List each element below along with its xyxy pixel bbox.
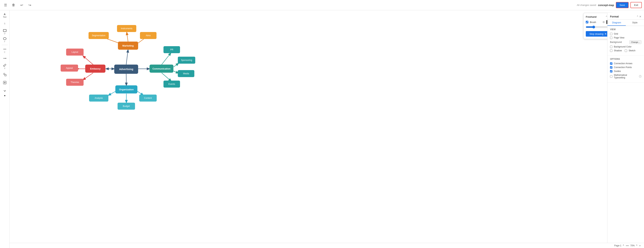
format-close-button[interactable]: ✕ bbox=[639, 15, 642, 18]
options-section-title: Options bbox=[610, 58, 642, 60]
svg-line-18 bbox=[126, 50, 128, 65]
zoom-chevron-up-button[interactable]: ^ bbox=[636, 244, 638, 247]
node-budget[interactable]: Budget bbox=[118, 103, 135, 110]
node-layout[interactable]: Layout bbox=[66, 49, 84, 56]
sidebar-item-arrow[interactable] bbox=[1, 55, 8, 62]
sidebar-item-line[interactable]: C bbox=[1, 47, 8, 54]
brush-size-slider[interactable] bbox=[586, 26, 610, 29]
background-color-checkbox[interactable] bbox=[610, 46, 612, 48]
node-analysis[interactable]: Analysis bbox=[89, 94, 108, 101]
page-view-row: Page View bbox=[610, 36, 642, 39]
canvas[interactable]: Advertising Marketing Instruments Segmen… bbox=[10, 10, 644, 243]
chevron-down-icon bbox=[3, 89, 6, 92]
background-change-button[interactable]: Change... bbox=[629, 40, 642, 44]
sketch-label: Sketch bbox=[628, 49, 635, 52]
grid-row: Grid bbox=[610, 33, 642, 35]
svg-point-1 bbox=[3, 38, 6, 40]
node-communication[interactable]: Communication bbox=[150, 65, 174, 73]
connection-points-row: Connection Points bbox=[610, 66, 642, 69]
sidebar-dot bbox=[4, 95, 5, 96]
node-advertising[interactable]: Advertising bbox=[114, 65, 138, 74]
sidebar-item-ellipse[interactable]: F bbox=[1, 36, 8, 43]
format-panel: Format ^ ✕ Diagram Style View Grid Page … bbox=[607, 13, 644, 243]
stop-drawing-label: Stop drawing bbox=[590, 33, 604, 35]
node-appeal[interactable]: Appeal bbox=[60, 65, 78, 72]
brush-settings-icon[interactable]: ⚙ bbox=[602, 21, 605, 24]
node-sponsoring[interactable]: Sponsoring bbox=[178, 57, 195, 64]
node-segmentation[interactable]: Segmentation bbox=[88, 32, 109, 39]
guides-row: Guides bbox=[610, 70, 642, 72]
node-theories[interactable]: Theories bbox=[66, 79, 84, 86]
zoom-plus-button[interactable]: + bbox=[639, 244, 641, 247]
format-tab-bar: Diagram Style bbox=[608, 20, 644, 26]
connection-arrows-row: Connection Arrows bbox=[610, 62, 642, 65]
sidebar-item-shape-s[interactable]: S bbox=[1, 20, 8, 27]
tab-diagram[interactable]: Diagram bbox=[608, 20, 626, 26]
redo-button[interactable]: ↪ bbox=[26, 2, 33, 9]
shadow-checkbox[interactable] bbox=[610, 50, 612, 52]
brush-label: Brush bbox=[590, 21, 601, 24]
node-instruments[interactable]: Instruments bbox=[117, 25, 136, 32]
stop-drawing-button[interactable]: Stop drawing ✕ bbox=[586, 31, 610, 37]
exit-button[interactable]: Exit bbox=[630, 2, 642, 8]
undo-button[interactable]: ↩ bbox=[18, 2, 25, 9]
math-help-icon[interactable]: ? bbox=[639, 75, 642, 78]
sidebar-item-text[interactable]: A Text bbox=[1, 12, 8, 19]
connection-points-checkbox[interactable] bbox=[610, 66, 612, 69]
brush-row: Brush ⚙ bbox=[586, 20, 610, 24]
topbar-right: All changes saved concept-map Save Exit bbox=[577, 2, 642, 8]
tab-style[interactable]: Style bbox=[626, 20, 644, 26]
svg-line-31 bbox=[126, 74, 126, 85]
guides-label: Guides bbox=[614, 70, 621, 72]
node-pr[interactable]: PR bbox=[164, 46, 180, 53]
sidebar-item-more[interactable] bbox=[1, 87, 8, 94]
rectangle-icon bbox=[3, 29, 6, 32]
svg-line-23 bbox=[83, 56, 93, 65]
node-events[interactable]: Events bbox=[164, 81, 180, 88]
math-typesetting-label: Mathematical Typesetting bbox=[614, 74, 638, 79]
background-color-row: Background Color bbox=[610, 45, 642, 48]
shadow-label: Shadow bbox=[614, 49, 622, 52]
node-embassy[interactable]: Embassy bbox=[85, 65, 106, 73]
view-section-title: View bbox=[610, 28, 642, 31]
filename: concept-map bbox=[598, 4, 614, 7]
shapes-icon bbox=[3, 73, 6, 76]
grid-label: Grid bbox=[614, 33, 618, 35]
svg-line-19 bbox=[127, 32, 128, 42]
page-view-checkbox[interactable] bbox=[610, 37, 612, 39]
sketch-checkbox[interactable] bbox=[625, 50, 627, 52]
freehand-minimize-button[interactable]: ^ bbox=[606, 15, 607, 18]
brush-checkbox[interactable] bbox=[586, 21, 588, 23]
node-aims[interactable]: Aims bbox=[140, 32, 156, 39]
save-button[interactable]: Save bbox=[616, 2, 629, 8]
freehand-title: Freehand bbox=[586, 16, 596, 18]
left-sidebar: A Text S D F C X bbox=[0, 10, 10, 248]
math-typesetting-checkbox[interactable] bbox=[610, 75, 612, 78]
ellipse-icon bbox=[3, 37, 6, 40]
svg-rect-0 bbox=[3, 30, 6, 32]
menu-button[interactable]: ☰ bbox=[2, 2, 9, 9]
svg-line-30 bbox=[162, 73, 171, 81]
shape-s-label: S bbox=[4, 23, 5, 25]
canvas-inner: Advertising Marketing Instruments Segmen… bbox=[10, 10, 644, 243]
delete-button[interactable]: 🗑 bbox=[10, 2, 17, 9]
text-label: Text bbox=[3, 16, 6, 18]
guides-checkbox[interactable] bbox=[610, 70, 612, 72]
page-chevron-up-button[interactable]: ^ bbox=[622, 244, 624, 247]
grid-checkbox[interactable] bbox=[610, 33, 612, 35]
node-media[interactable]: Media bbox=[178, 70, 194, 77]
sidebar-item-pencil[interactable]: X bbox=[1, 63, 8, 70]
node-content[interactable]: Content bbox=[139, 94, 157, 101]
node-marketing[interactable]: Marketing bbox=[118, 42, 138, 50]
sidebar-item-shapes[interactable] bbox=[1, 71, 8, 78]
sidebar-item-rectangle[interactable]: D bbox=[1, 28, 8, 35]
format-minimize-button[interactable]: ^ bbox=[637, 15, 638, 18]
freehand-header: Freehand ^ ✕ bbox=[586, 15, 610, 18]
node-organization[interactable]: Organization bbox=[115, 85, 138, 93]
arrows-layer bbox=[10, 10, 644, 243]
line-icon bbox=[3, 47, 6, 51]
sidebar-item-plus[interactable] bbox=[1, 79, 8, 86]
connection-arrows-checkbox[interactable] bbox=[610, 62, 612, 65]
svg-line-27 bbox=[162, 53, 171, 65]
format-title: Format bbox=[610, 15, 619, 18]
